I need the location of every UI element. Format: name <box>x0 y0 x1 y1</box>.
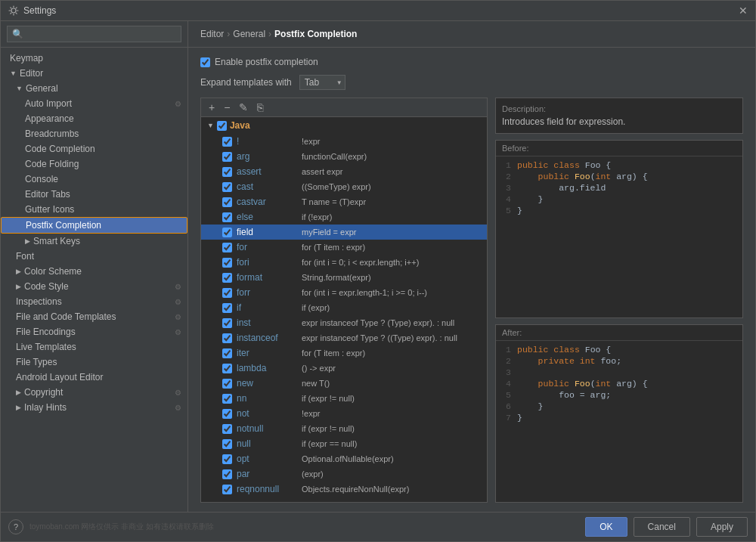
sidebar-item-gutter-icons[interactable]: Gutter Icons <box>1 202 187 217</box>
arg-checkbox[interactable] <box>222 152 232 162</box>
instanceof-checkbox[interactable] <box>222 333 232 343</box>
template-item-instanceof[interactable]: instanceof expr instanceof Type ? ((Type… <box>201 330 487 345</box>
sidebar-item-editor-tabs[interactable]: Editor Tabs <box>1 187 187 202</box>
notnull-checkbox[interactable] <box>222 424 232 434</box>
sidebar-item-console[interactable]: Console <box>1 172 187 187</box>
template-item-arg[interactable]: arg functionCall(expr) <box>201 149 487 164</box>
sidebar-item-appearance[interactable]: Appearance <box>1 111 187 126</box>
edit-button[interactable]: ✎ <box>236 101 251 114</box>
enable-label[interactable]: Enable postfix completion <box>200 57 318 67</box>
sidebar-item-auto-import[interactable]: Auto Import ⚙ <box>1 96 187 111</box>
template-item-opt[interactable]: opt Optional.ofNullable(expr) <box>201 451 487 466</box>
template-item-not[interactable]: not !expr <box>201 406 487 421</box>
arg-desc: functionCall(expr) <box>302 152 367 161</box>
sidebar-item-keymap[interactable]: Keymap <box>1 51 187 66</box>
not-checkbox[interactable] <box>222 409 232 419</box>
sidebar-item-file-code-templates[interactable]: File and Code Templates ⚙ <box>1 309 187 324</box>
sidebar-item-postfix-completion[interactable]: Postfix Completion <box>1 217 187 234</box>
forr-checkbox[interactable] <box>222 288 232 298</box>
sidebar-item-smart-keys[interactable]: ▶ Smart Keys <box>1 234 187 249</box>
for-checkbox[interactable] <box>222 243 232 252</box>
template-item-notnull[interactable]: notnull if (expr != null) <box>201 421 487 436</box>
settings-gear-icon: ⚙ <box>175 100 181 108</box>
template-item-castvar[interactable]: castvar T name = (T)expr <box>201 194 487 209</box>
template-item-new[interactable]: new new T() <box>201 376 487 391</box>
enable-checkbox[interactable] <box>200 57 210 67</box>
template-item-iter[interactable]: iter for (T item : expr) <box>201 345 487 361</box>
castvar-key: castvar <box>237 197 297 207</box>
description-label: Description: <box>502 104 736 113</box>
null-checkbox[interactable] <box>222 439 232 449</box>
template-item-fori[interactable]: fori for (int i = 0; i < expr.length; i+… <box>201 255 487 270</box>
template-item-null[interactable]: null if (expr == null) <box>201 436 487 451</box>
sidebar-item-inspections[interactable]: Inspections ⚙ <box>1 294 187 309</box>
castvar-desc: T name = (T)expr <box>302 197 366 206</box>
lambda-checkbox[interactable] <box>222 364 232 373</box>
template-item-if[interactable]: if if (expr) <box>201 300 487 315</box>
template-item-else[interactable]: else if (!expr) <box>201 209 487 225</box>
breadcrumb: Editor › General › Postfix Completion <box>188 21 755 48</box>
cast-checkbox[interactable] <box>222 182 232 192</box>
reqnonnull-checkbox[interactable] <box>222 485 232 494</box>
inst-desc: expr instanceof Type ? (Type) expr). : n… <box>302 318 454 327</box>
excl-checkbox[interactable] <box>222 137 232 147</box>
iter-checkbox[interactable] <box>222 348 232 358</box>
sidebar-item-copyright[interactable]: ▶ Copyright ⚙ <box>1 385 187 400</box>
close-button[interactable]: ✕ <box>739 5 748 16</box>
template-item-for[interactable]: for for (T item : expr) <box>201 240 487 255</box>
opt-key: opt <box>237 454 297 464</box>
cancel-button[interactable]: Cancel <box>634 517 690 537</box>
else-checkbox[interactable] <box>222 212 232 222</box>
template-item-reqnonnull[interactable]: reqnonnull Objects.requireNonNull(expr) <box>201 482 487 497</box>
if-checkbox[interactable] <box>222 303 232 313</box>
format-checkbox[interactable] <box>222 273 232 283</box>
fori-checkbox[interactable] <box>222 258 232 268</box>
sidebar-item-live-templates[interactable]: Live Templates <box>1 339 187 355</box>
inst-checkbox[interactable] <box>222 318 232 328</box>
template-item-field[interactable]: field myField = expr <box>201 225 487 240</box>
remove-button[interactable]: − <box>221 101 233 114</box>
bottom-left: ? toymoban.com 网络仅供示 非商业 如有违权请联系删除 <box>8 519 214 534</box>
expand-select[interactable]: Tab Enter Space <box>299 75 345 90</box>
apply-button[interactable]: Apply <box>696 517 748 537</box>
par-checkbox[interactable] <box>222 469 232 479</box>
castvar-checkbox[interactable] <box>222 197 232 207</box>
sidebar-item-general[interactable]: ▼ General <box>1 81 187 96</box>
java-group-checkbox[interactable] <box>217 121 227 131</box>
copy-button[interactable]: ⎘ <box>254 101 266 114</box>
template-item-par[interactable]: par (expr) <box>201 466 487 482</box>
new-checkbox[interactable] <box>222 379 232 389</box>
template-item-forr[interactable]: forr for (int i = expr.length-1; i >= 0;… <box>201 285 487 300</box>
add-button[interactable]: + <box>206 101 218 114</box>
sidebar-item-code-completion[interactable]: Code Completion <box>1 141 187 156</box>
java-group-header[interactable]: ▼ Java <box>201 117 487 134</box>
before-label: Before: <box>496 141 742 156</box>
sidebar-item-android-layout[interactable]: Android Layout Editor <box>1 370 187 385</box>
nn-key: nn <box>237 393 297 404</box>
sidebar-item-inlay-hints[interactable]: ▶ Inlay Hints ⚙ <box>1 400 187 415</box>
template-item-nn[interactable]: nn if (expr != null) <box>201 391 487 406</box>
sidebar-item-breadcrumbs[interactable]: Breadcrumbs <box>1 126 187 141</box>
assert-checkbox[interactable] <box>222 167 232 177</box>
nn-checkbox[interactable] <box>222 394 232 404</box>
sidebar-item-file-encodings[interactable]: File Encodings ⚙ <box>1 324 187 339</box>
template-item-assert[interactable]: assert assert expr <box>201 164 487 179</box>
help-button[interactable]: ? <box>8 519 23 534</box>
template-item-inst[interactable]: inst expr instanceof Type ? (Type) expr)… <box>201 315 487 330</box>
sidebar-item-code-style[interactable]: ▶ Code Style ⚙ <box>1 279 187 294</box>
expand-row: Expand templates with Tab Enter Space <box>200 75 743 90</box>
search-input[interactable] <box>7 26 181 42</box>
if-key: if <box>237 302 297 313</box>
template-item-excl[interactable]: ! !expr <box>201 134 487 149</box>
sidebar-item-font[interactable]: Font <box>1 249 187 264</box>
template-item-format[interactable]: format String.format(expr) <box>201 270 487 285</box>
opt-checkbox[interactable] <box>222 454 232 464</box>
sidebar-item-editor[interactable]: ▼ Editor <box>1 66 187 81</box>
sidebar-item-file-types[interactable]: File Types <box>1 355 187 370</box>
sidebar-item-color-scheme[interactable]: ▶ Color Scheme <box>1 264 187 279</box>
template-item-cast[interactable]: cast ((SomeType) expr) <box>201 179 487 194</box>
sidebar-item-code-folding[interactable]: Code Folding <box>1 156 187 172</box>
ok-button[interactable]: OK <box>585 517 627 537</box>
field-checkbox[interactable] <box>222 228 232 237</box>
template-item-lambda[interactable]: lambda () -> expr <box>201 361 487 376</box>
